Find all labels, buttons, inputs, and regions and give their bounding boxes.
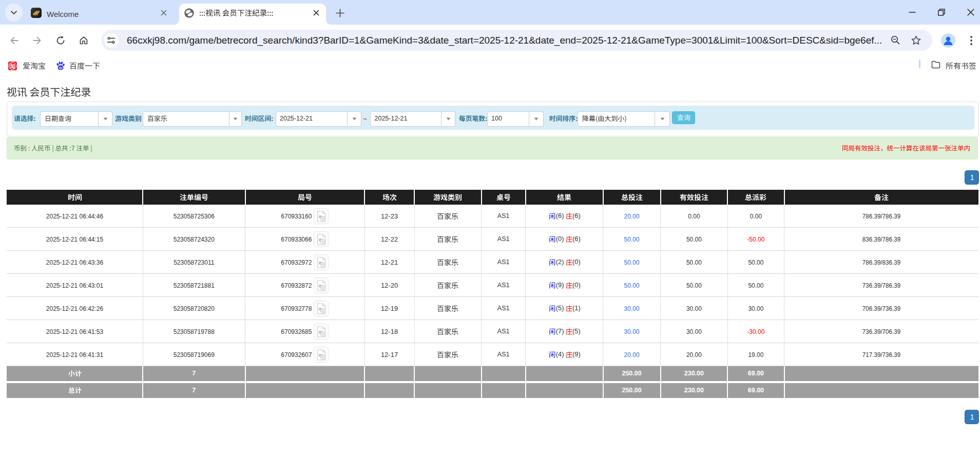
svg-text:du: du: [59, 66, 63, 69]
